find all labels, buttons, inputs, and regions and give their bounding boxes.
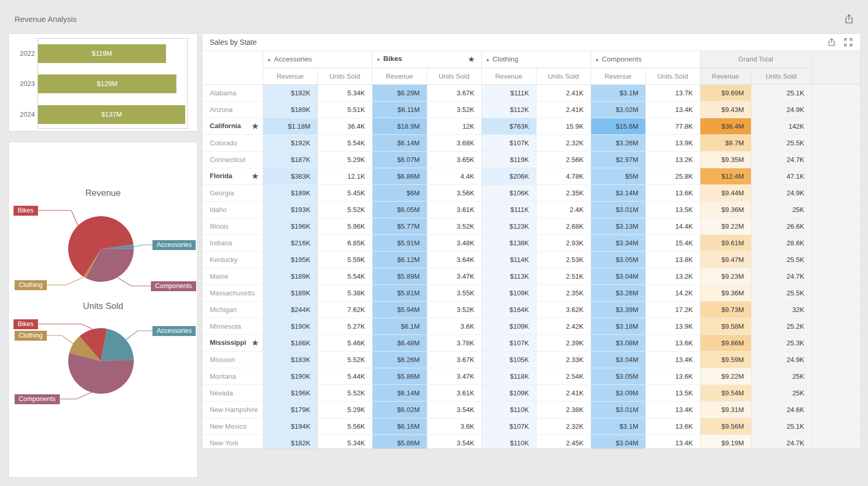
state-row-header[interactable]: New Hampshire (202, 401, 263, 418)
table-cell: $383K (263, 168, 317, 184)
fullscreen-icon[interactable] (844, 38, 853, 47)
table-cell: 13.8K (645, 251, 700, 268)
star-icon[interactable]: ★ (252, 172, 259, 180)
pie-label-components: Components (151, 281, 196, 291)
table-cell: 3.6K (427, 418, 481, 434)
state-row-header[interactable]: Minnesota (202, 318, 263, 334)
star-icon[interactable]: ★ (252, 339, 259, 347)
sales-pivot-table: ▸Accessories ▸Bikes★ ▸Clothing ▸Componen… (202, 51, 861, 449)
table-cell: $109K (481, 318, 536, 334)
state-row-header[interactable]: Kentucky (202, 251, 263, 268)
expand-arrow-icon[interactable]: ▸ (378, 56, 380, 62)
group-header-bikes[interactable]: ▸Bikes★ (372, 51, 481, 68)
table-cell: $3.18M (591, 318, 645, 334)
state-row-header[interactable]: Connecticut (202, 151, 263, 168)
state-row-header[interactable]: California★ (202, 118, 263, 134)
col-header-revenue[interactable]: Revenue (700, 68, 751, 84)
table-cell: $6.26M (372, 351, 427, 368)
star-icon[interactable]: ★ (468, 55, 475, 64)
state-row-header[interactable]: Maine (202, 268, 263, 284)
group-header-clothing[interactable]: ▸Clothing (481, 51, 591, 68)
state-row-header[interactable]: Michigan (202, 301, 263, 318)
bar[interactable]: $129M (38, 74, 176, 93)
table-cell: 13.9K (645, 134, 700, 151)
dashboard-topbar: Revenue Analysis (0, 0, 868, 29)
state-row-header[interactable]: Nevada (202, 384, 263, 401)
table-cell: 2.35K (536, 284, 591, 301)
table-cell: $196K (263, 384, 317, 401)
filler-cell (811, 351, 860, 368)
col-header-units[interactable]: Units Sold (427, 68, 481, 84)
table-cell: 24.9K (751, 184, 811, 201)
state-row-header[interactable]: Massachusetts (202, 284, 263, 301)
table-row: Mississippi★$186K5.46K$6.48M3.78K$107K2.… (202, 334, 860, 351)
filler-cell (811, 201, 860, 218)
bar-axis-label: 2024 (13, 110, 35, 118)
table-cell: $3.04M (591, 434, 645, 449)
table-cell: $3.1M (591, 418, 645, 434)
export-table-icon[interactable] (827, 38, 836, 47)
col-header-revenue[interactable]: Revenue (481, 68, 536, 84)
state-row-header[interactable]: Florida★ (202, 168, 263, 184)
table-cell: 2.32K (536, 134, 591, 151)
group-header-components[interactable]: ▸Components (591, 51, 700, 68)
table-cell: $190K (263, 368, 317, 384)
expand-arrow-icon[interactable]: ▸ (596, 57, 599, 63)
table-cell: 13.9K (645, 318, 700, 334)
col-header-revenue[interactable]: Revenue (372, 68, 427, 84)
state-row-header[interactable]: Missouri (202, 351, 263, 368)
filler-cell (811, 384, 860, 401)
col-header-units[interactable]: Units Sold (317, 68, 372, 84)
table-cell: $107K (481, 334, 536, 351)
table-cell: $5.81M (372, 284, 427, 301)
pie-label-clothing: Clothing (15, 331, 47, 341)
table-cell: $9.44M (700, 184, 751, 201)
table-cell: $6.14M (372, 384, 427, 401)
col-header-revenue[interactable]: Revenue (263, 68, 317, 84)
table-cell: 13.4K (645, 401, 700, 418)
expand-arrow-icon[interactable]: ▸ (487, 57, 490, 63)
col-header-units[interactable]: Units Sold (645, 68, 700, 84)
star-icon[interactable]: ★ (252, 122, 259, 130)
state-row-header[interactable]: New York (202, 434, 263, 449)
bar[interactable]: $119M (38, 44, 166, 63)
state-row-header[interactable]: Georgia (202, 184, 263, 201)
table-cell: 28.6K (751, 234, 811, 251)
table-cell: 5.52K (317, 384, 372, 401)
col-header-revenue[interactable]: Revenue (591, 68, 645, 84)
table-row: Nevada$196K5.52K$6.14M3.61K$109K2.41K$3.… (202, 384, 860, 401)
state-row-header[interactable]: New Mexico (202, 418, 263, 434)
group-header-accessories[interactable]: ▸Accessories (263, 51, 372, 68)
expand-arrow-icon[interactable]: ▸ (269, 57, 271, 63)
table-row: Massachusetts$189K5.38K$5.81M3.55K$109K2… (202, 284, 860, 301)
state-row-header[interactable]: Montana (202, 368, 263, 384)
state-row-header[interactable]: Illinois (202, 218, 263, 234)
bar[interactable]: $137M (38, 105, 185, 124)
state-row-header[interactable]: Arizona (202, 101, 263, 118)
table-cell: $186K (263, 334, 317, 351)
table-cell: 2.4K (536, 201, 591, 218)
table-cell: 3.55K (427, 284, 481, 301)
state-row-header[interactable]: Idaho (202, 201, 263, 218)
table-cell: 13.4K (645, 351, 700, 368)
table-cell: $3.09M (591, 384, 645, 401)
table-cell: $3.04M (591, 268, 645, 284)
state-row-header[interactable]: Indiana (202, 234, 263, 251)
col-header-units[interactable]: Units Sold (536, 68, 591, 84)
export-dashboard-icon[interactable] (844, 14, 854, 24)
table-cell: 3.52K (427, 218, 481, 234)
table-cell: $3.39M (591, 301, 645, 318)
col-header-units[interactable]: Units Sold (751, 68, 811, 84)
table-cell: 2.45K (536, 434, 591, 449)
table-cell: $6.02M (372, 401, 427, 418)
state-row-header[interactable]: Colorado (202, 134, 263, 151)
state-row-header[interactable]: Mississippi★ (202, 334, 263, 351)
table-cell: $9.19M (700, 434, 751, 449)
state-row-header[interactable]: Alabama (202, 84, 263, 101)
table-cell: 25.8K (645, 168, 700, 184)
table-cell: 2.41K (536, 84, 591, 101)
table-row: Maine$189K5.54K$5.89M3.47K$113K2.51K$3.0… (202, 268, 860, 284)
pie-slice-accessories[interactable] (101, 329, 134, 361)
table-cell: $192K (263, 134, 317, 151)
pie-label-bikes: Bikes (14, 319, 38, 329)
